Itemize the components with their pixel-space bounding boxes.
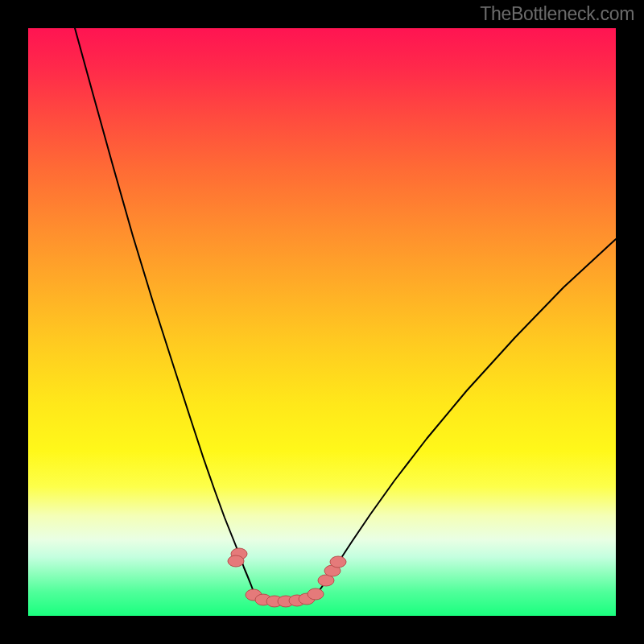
plot-area (28, 28, 616, 616)
background-gradient (28, 28, 616, 616)
chart-frame: TheBottleneck.com (0, 0, 644, 644)
watermark-text: TheBottleneck.com (480, 3, 634, 25)
